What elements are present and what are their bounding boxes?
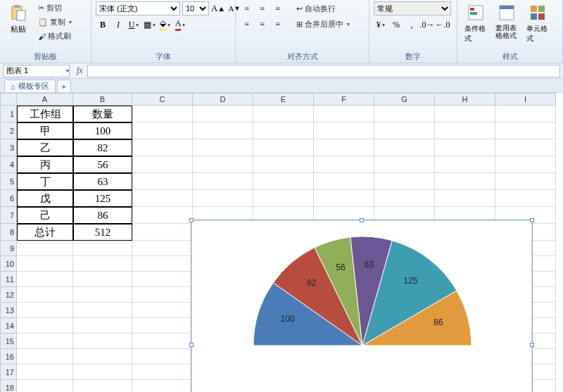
cell-D2[interactable] (193, 122, 253, 139)
cell-C1[interactable] (132, 106, 193, 122)
cell-B18[interactable] (73, 380, 132, 392)
row-header-4[interactable]: 4 (0, 156, 17, 173)
format-painter-button[interactable]: 🖌格式刷 (35, 30, 75, 43)
row-header-13[interactable]: 13 (0, 303, 17, 318)
cell-C15[interactable] (132, 334, 193, 349)
cell-B2[interactable]: 100 (73, 122, 132, 139)
cell-C14[interactable] (132, 318, 193, 334)
row-header-11[interactable]: 11 (0, 272, 17, 287)
wrap-text-button[interactable]: ↩自动换行 (293, 1, 339, 15)
cell-H3[interactable] (435, 139, 495, 156)
cell-D1[interactable] (193, 106, 253, 122)
col-header-E[interactable]: E (253, 93, 314, 106)
cell-E6[interactable] (253, 190, 314, 207)
cell-C9[interactable] (132, 241, 193, 256)
cell-C3[interactable] (132, 139, 193, 156)
cell-A10[interactable] (17, 256, 73, 272)
row-header-5[interactable]: 5 (0, 173, 17, 190)
cell-D4[interactable] (193, 156, 253, 173)
decrease-decimal-icon[interactable]: ←.0 (436, 18, 450, 32)
name-box[interactable]: 图表 1▾ (3, 65, 70, 77)
row-header-17[interactable]: 17 (0, 365, 17, 380)
cell-A2[interactable]: 甲 (17, 122, 73, 139)
merge-center-button[interactable]: ⊞合并后居中▾ (293, 17, 353, 31)
fx-icon[interactable]: fx (72, 65, 87, 76)
cell-A13[interactable] (17, 303, 73, 318)
cell-B1[interactable]: 数量 (73, 106, 132, 122)
conditional-format-button[interactable]: 条件格式 (462, 1, 490, 45)
row-header-9[interactable]: 9 (0, 241, 17, 256)
cell-G5[interactable] (374, 173, 435, 190)
font-size-select[interactable]: 10 (182, 1, 209, 15)
cell-B5[interactable]: 63 (73, 173, 132, 190)
cell-E3[interactable] (253, 139, 314, 156)
cell-F3[interactable] (314, 139, 374, 156)
bold-button[interactable]: B (96, 18, 110, 32)
cell-B7[interactable]: 86 (73, 207, 132, 224)
cell-H6[interactable] (435, 190, 495, 207)
cell-C12[interactable] (132, 287, 193, 303)
col-header-B[interactable]: B (73, 93, 132, 106)
cell-C5[interactable] (132, 173, 193, 190)
cell-A15[interactable] (17, 334, 73, 349)
paste-button[interactable]: 粘贴 (4, 1, 32, 36)
col-header-G[interactable]: G (374, 93, 435, 106)
new-sheet-button[interactable]: + (57, 80, 71, 92)
cell-A3[interactable]: 乙 (17, 139, 73, 156)
cell-C2[interactable] (132, 122, 193, 139)
col-header-I[interactable]: I (495, 93, 556, 106)
cell-G2[interactable] (374, 122, 435, 139)
row-header-14[interactable]: 14 (0, 318, 17, 334)
cell-A4[interactable]: 丙 (17, 156, 73, 173)
cell-E2[interactable] (253, 122, 314, 139)
cell-styles-button[interactable]: 单元格式 (524, 1, 552, 45)
col-header-A[interactable]: A (17, 93, 73, 106)
format-table-button[interactable]: 套用表格格式 (493, 1, 521, 41)
align-top-icon[interactable]: ≡ (240, 1, 254, 15)
cell-B16[interactable] (73, 349, 132, 365)
cell-B15[interactable] (73, 334, 132, 349)
align-right-icon[interactable]: ≡ (271, 17, 285, 31)
chart-object[interactable]: 10082566312586 512 甲乙丙丁戊己总计 总计 (191, 220, 533, 392)
number-format-select[interactable]: 常规 (374, 1, 451, 15)
align-left-icon[interactable]: ≡ (240, 17, 254, 31)
row-header-1[interactable]: 1 (0, 106, 17, 122)
col-header-H[interactable]: H (435, 93, 495, 106)
align-center-icon[interactable]: ≡ (255, 17, 270, 31)
increase-decimal-icon[interactable]: .0→ (420, 18, 434, 32)
cell-A9[interactable] (17, 241, 73, 256)
cell-A18[interactable] (17, 380, 73, 392)
cell-F1[interactable] (314, 106, 374, 122)
cell-I4[interactable] (495, 156, 556, 173)
cell-B13[interactable] (73, 303, 132, 318)
row-header-16[interactable]: 16 (0, 349, 17, 365)
cell-B17[interactable] (73, 365, 132, 380)
align-middle-icon[interactable]: ≡ (255, 1, 270, 15)
cell-G1[interactable] (374, 106, 435, 122)
cell-C17[interactable] (132, 365, 193, 380)
cell-C18[interactable] (132, 380, 193, 392)
select-all-corner[interactable] (0, 93, 17, 106)
cell-F2[interactable] (314, 122, 374, 139)
cell-A16[interactable] (17, 349, 73, 365)
cell-A1[interactable]: 工作组 (17, 106, 73, 122)
comma-icon[interactable]: , (405, 18, 419, 32)
underline-button[interactable]: U▾ (127, 18, 141, 32)
cell-E5[interactable] (253, 173, 314, 190)
cell-A11[interactable] (17, 272, 73, 287)
currency-icon[interactable]: ¥▾ (374, 18, 388, 32)
cell-C11[interactable] (132, 272, 193, 287)
cell-G3[interactable] (374, 139, 435, 156)
col-header-C[interactable]: C (132, 93, 193, 106)
row-header-8[interactable]: 8 (0, 224, 17, 241)
cell-C8[interactable] (132, 224, 193, 241)
copy-button[interactable]: 📋复制▾ (35, 15, 75, 29)
cell-D3[interactable] (193, 139, 253, 156)
row-header-3[interactable]: 3 (0, 139, 17, 156)
cell-A7[interactable]: 己 (17, 207, 73, 224)
cell-E4[interactable] (253, 156, 314, 173)
cell-A14[interactable] (17, 318, 73, 334)
cell-H2[interactable] (435, 122, 495, 139)
cell-B3[interactable]: 82 (73, 139, 132, 156)
cell-A5[interactable]: 丁 (17, 173, 73, 190)
